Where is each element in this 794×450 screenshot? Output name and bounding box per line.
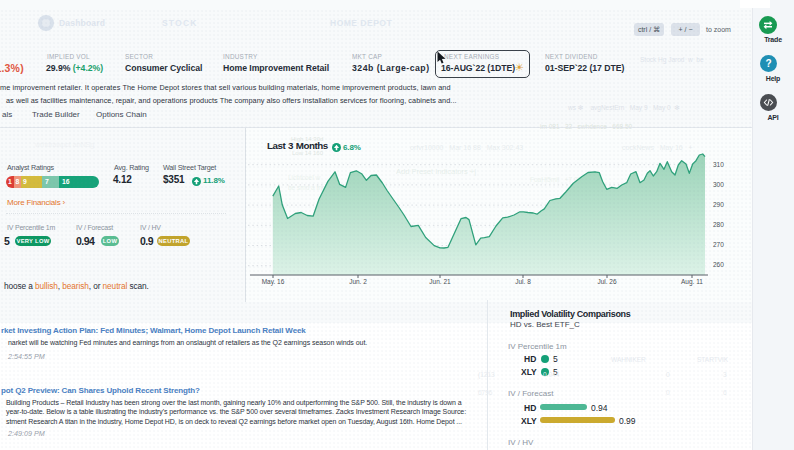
svg-text:260: 260: [713, 261, 724, 268]
svg-text:May. 16: May. 16: [262, 278, 285, 286]
svg-text:Jul. 8: Jul. 8: [515, 278, 531, 285]
svg-text:Jul. 26: Jul. 26: [597, 278, 617, 285]
svg-text:Aug. 11: Aug. 11: [681, 278, 703, 286]
svg-text:310: 310: [713, 161, 724, 168]
svg-text:280: 280: [713, 221, 724, 228]
svg-text:300: 300: [713, 181, 724, 188]
svg-text:270: 270: [713, 241, 724, 248]
svg-text:Jun. 21: Jun. 21: [429, 278, 451, 285]
svg-text:290: 290: [713, 201, 724, 208]
svg-text:Jun. 2: Jun. 2: [349, 278, 367, 285]
